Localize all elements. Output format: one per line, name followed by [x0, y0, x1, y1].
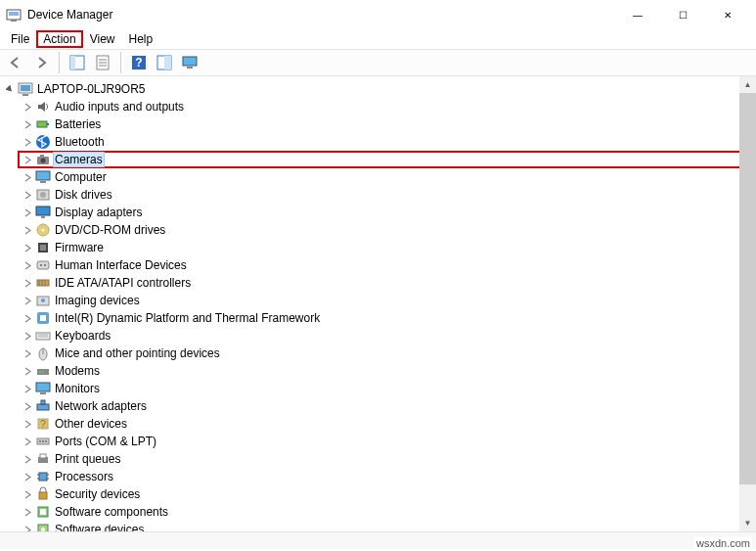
collapse-icon[interactable] [4, 83, 16, 95]
menu-bar: File Action View Help [0, 29, 756, 49]
expand-icon[interactable] [22, 418, 33, 430]
expand-icon[interactable] [22, 436, 33, 447]
scroll-down-button[interactable]: ▼ [739, 515, 756, 531]
toolbar-help-button[interactable]: ? [127, 51, 151, 74]
menu-view[interactable]: View [83, 31, 122, 47]
expand-icon[interactable] [22, 488, 33, 500]
vertical-scrollbar[interactable]: ▲ ▼ [739, 76, 756, 531]
expand-icon[interactable] [22, 383, 33, 394]
expand-icon[interactable] [22, 277, 33, 289]
svg-text:?: ? [40, 419, 46, 430]
svg-rect-72 [40, 509, 46, 515]
computer-icon [18, 81, 33, 97]
expand-icon[interactable] [22, 118, 33, 130]
tree-item[interactable]: Audio inputs and outputs [22, 98, 756, 115]
tree-item[interactable]: Firmware [22, 239, 756, 256]
expand-icon[interactable] [22, 400, 33, 412]
toolbar-forward-button[interactable] [29, 51, 53, 74]
tree-item-label: Batteries [55, 117, 101, 131]
svg-point-27 [40, 192, 46, 198]
tree-item[interactable]: Ports (COM & LPT) [22, 433, 756, 450]
tree-item[interactable]: Batteries [22, 115, 756, 133]
toolbar-console-tree-button[interactable] [66, 51, 89, 74]
tree-item[interactable]: Cameras [18, 151, 756, 168]
svg-rect-13 [183, 57, 197, 66]
expand-icon[interactable] [22, 189, 33, 201]
tree-item[interactable]: Modems [22, 362, 756, 380]
svg-rect-1 [9, 12, 19, 16]
tree-item[interactable]: Mice and other pointing devices [22, 344, 756, 362]
expand-icon[interactable] [22, 365, 33, 377]
svg-rect-53 [36, 383, 50, 391]
tree-item[interactable]: Software components [22, 503, 756, 521]
svg-point-74 [41, 528, 45, 531]
expand-icon[interactable] [22, 312, 33, 324]
tree-item-label: IDE ATA/ATAPI controllers [55, 276, 191, 290]
audio-icon [35, 99, 51, 115]
tree-item[interactable]: Computer [22, 168, 756, 186]
menu-help[interactable]: Help [122, 31, 160, 47]
battery-icon [35, 116, 51, 132]
security-icon [35, 486, 51, 502]
other-icon: ? [35, 416, 51, 432]
expand-icon[interactable] [22, 154, 33, 165]
intel-icon [35, 310, 51, 326]
tree-item-label: DVD/CD-ROM drives [55, 223, 165, 237]
scroll-thumb[interactable] [739, 93, 756, 484]
minimize-button[interactable]: — [615, 0, 660, 29]
tree-item[interactable]: Processors [22, 468, 756, 485]
imaging-icon [35, 293, 51, 308]
tree-root[interactable]: LAPTOP-0LJR9OR5 [4, 80, 756, 98]
svg-point-60 [39, 440, 41, 442]
tree-item[interactable]: DVD/CD-ROM drives [22, 221, 756, 239]
tree-item-label: Bluetooth [55, 135, 105, 149]
tree-item[interactable]: Print queues [22, 450, 756, 468]
expand-icon[interactable] [22, 506, 33, 518]
tree-item[interactable]: IDE ATA/ATAPI controllers [22, 274, 756, 292]
tree-item[interactable]: Intel(R) Dynamic Platform and Thermal Fr… [22, 309, 756, 327]
expand-icon[interactable] [22, 347, 33, 359]
svg-rect-12 [164, 56, 171, 69]
expand-icon[interactable] [22, 259, 33, 271]
expand-icon[interactable] [22, 330, 33, 342]
tree-item[interactable]: Imaging devices [22, 292, 756, 309]
monitor-icon [35, 381, 51, 396]
expand-icon[interactable] [22, 101, 33, 113]
expand-icon[interactable] [22, 471, 33, 482]
svg-point-61 [42, 440, 44, 442]
toolbar-properties-button[interactable] [91, 51, 114, 74]
expand-icon[interactable] [22, 171, 33, 183]
tree-item[interactable]: Security devices [22, 485, 756, 503]
tree-item-label: Monitors [55, 382, 100, 395]
toolbar-scan-button[interactable] [153, 51, 176, 74]
close-button[interactable]: ✕ [705, 0, 750, 29]
menu-action[interactable]: Action [36, 30, 82, 48]
tree-item[interactable]: Bluetooth [22, 133, 756, 151]
expand-icon[interactable] [22, 453, 33, 465]
svg-text:?: ? [135, 56, 142, 69]
maximize-button[interactable]: ☐ [660, 0, 705, 29]
tree-item[interactable]: Keyboards [22, 327, 756, 344]
tree-item[interactable]: Monitors [22, 380, 756, 397]
tree-item[interactable]: ?Other devices [22, 415, 756, 433]
tree-item[interactable]: Software devices [22, 521, 756, 531]
expand-icon[interactable] [22, 295, 33, 306]
svg-rect-29 [41, 216, 45, 218]
tree-item-label: Print queues [55, 452, 120, 466]
expand-icon[interactable] [22, 224, 33, 236]
svg-point-62 [45, 440, 47, 442]
tree-item[interactable]: Display adapters [22, 204, 756, 221]
toolbar-monitor-button[interactable] [178, 51, 201, 74]
toolbar-back-button[interactable] [4, 51, 27, 74]
scroll-up-button[interactable]: ▲ [739, 76, 756, 93]
expand-icon[interactable] [22, 207, 33, 218]
expand-icon[interactable] [22, 242, 33, 253]
tree-item[interactable]: Human Interface Devices [22, 256, 756, 274]
tree-item[interactable]: Disk drives [22, 186, 756, 204]
svg-point-36 [44, 264, 46, 266]
menu-file[interactable]: File [4, 31, 36, 47]
tree-item[interactable]: Network adapters [22, 397, 756, 415]
tree-item-label: Software devices [55, 523, 144, 531]
expand-icon[interactable] [22, 136, 33, 148]
expand-icon[interactable] [22, 524, 33, 531]
